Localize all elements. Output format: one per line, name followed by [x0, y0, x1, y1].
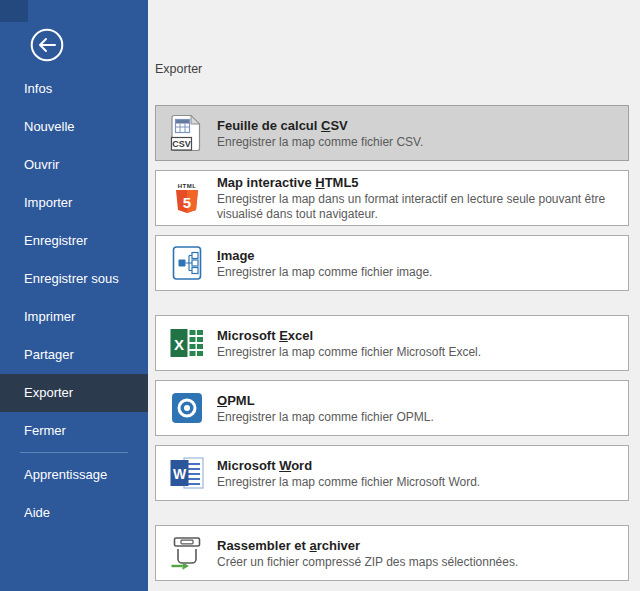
back-button[interactable]	[30, 28, 64, 62]
export-item-excel[interactable]: X Microsoft Excel Enregistrer la map com…	[155, 315, 629, 371]
export-item-title: OPML	[217, 392, 434, 409]
sidebar-menu: Infos Nouvelle Ouvrir Importer Enregistr…	[0, 70, 148, 450]
corner-accent	[0, 0, 28, 22]
svg-text:W: W	[173, 466, 187, 482]
export-item-title: Rassembler et archiver	[217, 537, 518, 554]
sidebar-item-ouvrir[interactable]: Ouvrir	[0, 146, 148, 184]
export-item-desc: Enregistrer la map comme fichier image.	[217, 265, 432, 280]
sidebar-item-apprentissage[interactable]: Apprentissage	[0, 456, 148, 494]
export-item-title: Feuille de calcul CSV	[217, 117, 423, 134]
export-item-image[interactable]: Image Enregistrer la map comme fichier i…	[155, 235, 629, 291]
export-item-opml[interactable]: OPML Enregistrer la map comme fichier OP…	[155, 380, 629, 436]
export-item-html5[interactable]: HTML 5 Map interactive HTML5 Enregistrer…	[155, 170, 629, 226]
sidebar-item-exporter[interactable]: Exporter	[0, 374, 148, 412]
svg-text:5: 5	[183, 194, 191, 211]
svg-text:CSV: CSV	[172, 139, 191, 149]
sidebar-item-enregistrer-sous[interactable]: Enregistrer sous	[0, 260, 148, 298]
word-icon: W	[169, 457, 205, 489]
export-item-desc: Enregistrer la map comme fichier CSV.	[217, 135, 423, 150]
svg-text:HTML: HTML	[178, 183, 197, 189]
image-export-icon	[169, 245, 205, 281]
export-item-desc: Enregistrer la map comme fichier OPML.	[217, 410, 434, 425]
export-item-csv[interactable]: CSV Feuille de calcul CSV Enregistrer la…	[155, 105, 629, 161]
sidebar-item-importer[interactable]: Importer	[0, 184, 148, 222]
sidebar-divider	[20, 452, 128, 453]
sidebar-item-imprimer[interactable]: Imprimer	[0, 298, 148, 336]
sidebar-item-fermer[interactable]: Fermer	[0, 412, 148, 450]
opml-icon	[169, 393, 205, 423]
sidebar-item-infos[interactable]: Infos	[0, 70, 148, 108]
export-item-title: Microsoft Word	[217, 457, 480, 474]
sidebar-item-nouvelle[interactable]: Nouvelle	[0, 108, 148, 146]
sidebar-item-aide[interactable]: Aide	[0, 494, 148, 532]
csv-spreadsheet-icon: CSV	[169, 114, 205, 152]
export-item-title: Map interactive HTML5	[217, 174, 618, 191]
export-item-desc: Créer un fichier compressé ZIP des maps …	[217, 555, 518, 570]
html5-icon: HTML 5	[169, 181, 205, 215]
export-item-desc: Enregistrer la map dans un format intera…	[217, 192, 618, 222]
export-item-word[interactable]: W Microsoft Word Enregistrer la map comm…	[155, 445, 629, 501]
sidebar-footer-menu: Apprentissage Aide	[0, 456, 148, 532]
export-item-archive[interactable]: Rassembler et archiver Créer un fichier …	[155, 525, 629, 581]
export-item-desc: Enregistrer la map comme fichier Microso…	[217, 475, 480, 490]
export-item-title: Image	[217, 247, 432, 264]
sidebar-item-partager[interactable]: Partager	[0, 336, 148, 374]
export-item-title: Microsoft Excel	[217, 327, 481, 344]
svg-text:X: X	[174, 336, 184, 353]
export-panel-title: Exporter	[155, 62, 202, 76]
export-panel: Exporter CSV Feuille de calcul CSV Enreg…	[148, 0, 640, 591]
back-arrow-circle-icon	[30, 48, 64, 65]
backstage-sidebar: Infos Nouvelle Ouvrir Importer Enregistr…	[0, 0, 148, 591]
archive-icon	[169, 535, 205, 571]
sidebar-item-enregistrer[interactable]: Enregistrer	[0, 222, 148, 260]
excel-icon: X	[169, 327, 205, 359]
export-item-desc: Enregistrer la map comme fichier Microso…	[217, 345, 481, 360]
